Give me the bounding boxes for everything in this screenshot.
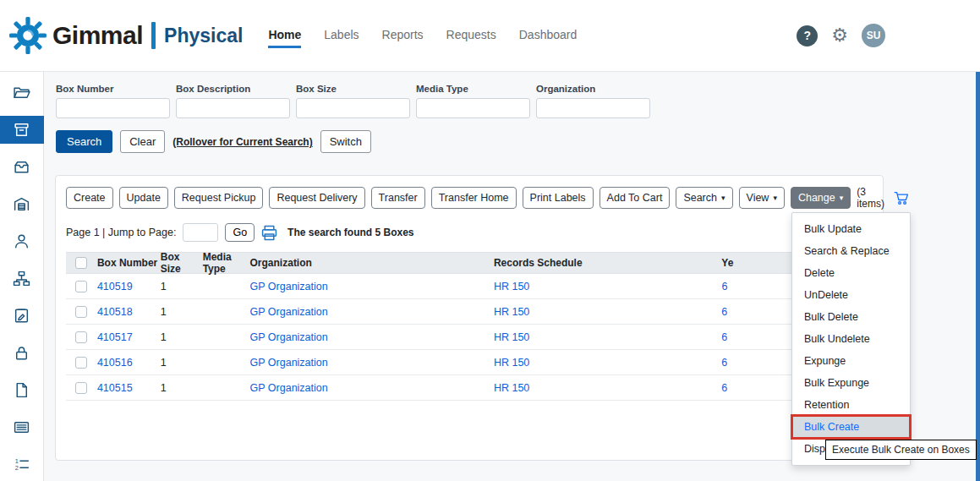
box-description-input[interactable] [176,98,290,118]
sidebar-item-users[interactable] [0,227,44,255]
nav-item-reports[interactable]: Reports [382,28,424,46]
year-cell[interactable]: 6 [721,306,727,318]
sidebar-item-organizations[interactable] [0,265,44,292]
menu-item-search-replace[interactable]: Search & Replace [792,240,910,262]
button-label: Add To Cart [607,192,663,204]
organization-link[interactable]: GP Organization [250,306,328,318]
column-header-box-size[interactable]: Box Size [161,251,203,275]
search-button[interactable]: Search [56,130,112,153]
select-all-checkbox[interactable] [75,257,87,269]
media-type-input[interactable] [416,98,530,118]
row-checkbox[interactable] [75,306,87,318]
view-dropdown-button[interactable]: View ▾ [739,187,785,209]
table-row: 410517 1 GP Organization HR 150 6 B - G [66,325,873,350]
column-header-organization[interactable]: Organization [250,257,494,269]
organization-link[interactable]: GP Organization [250,281,328,292]
column-header-media-type[interactable]: Media Type [203,251,250,275]
box-number-link[interactable]: 410517 [97,331,133,343]
box-number-input[interactable] [56,98,170,118]
menu-item-bulk-expunge[interactable]: Bulk Expunge [792,372,910,394]
button-label: Transfer [379,192,418,204]
menu-item-bulk-update[interactable]: Bulk Update [792,218,910,240]
request-delivery-button[interactable]: Request Delivery [269,187,364,209]
box-size-cell: 1 [161,357,203,369]
box-number-link[interactable]: 410516 [97,357,133,369]
box-number-link[interactable]: 410518 [97,306,133,318]
menu-item-bulk-create[interactable]: Bulk Create [792,416,910,438]
settings-gear-icon[interactable]: ⚙ [831,26,848,45]
add-to-cart-button[interactable]: Add To Cart [599,187,671,209]
results-panel: Create Update Request Pickup Request Del… [55,175,884,461]
sidebar-item-files[interactable] [0,153,44,181]
create-button[interactable]: Create [66,187,113,209]
records-schedule-link[interactable]: HR 150 [494,357,529,369]
year-cell[interactable]: 6 [721,281,727,292]
update-button[interactable]: Update [119,187,168,209]
records-schedule-link[interactable]: HR 150 [494,331,529,343]
organization-input[interactable] [536,98,650,118]
nav-item-labels[interactable]: Labels [324,28,359,46]
sidebar-item-documents[interactable] [0,376,44,404]
transfer-home-button[interactable]: Transfer Home [431,187,517,209]
nav-item-requests[interactable]: Requests [446,28,496,46]
table-row: 410515 1 GP Organization HR 150 6 Use [66,375,873,401]
menu-item-bulk-undelete[interactable]: Bulk Undelete [792,328,910,350]
sidebar-item-reports-list[interactable] [0,413,44,441]
search-dropdown-button[interactable]: Search ▾ [676,187,732,209]
go-button[interactable]: Go [225,223,255,242]
records-schedule-link[interactable]: HR 150 [494,382,529,394]
request-pickup-button[interactable]: Request Pickup [174,187,264,209]
user-avatar[interactable]: SU [862,24,885,47]
sidebar-item-tasks[interactable] [0,302,44,330]
organization-link[interactable]: GP Organization [250,331,328,343]
menu-item-retention[interactable]: Retention [792,394,910,416]
table-row: 410516 1 GP Organization HR 150 6 Use [66,350,873,375]
nav-item-dashboard[interactable]: Dashboard [519,28,578,46]
nav-item-home[interactable]: Home [268,28,301,46]
row-checkbox[interactable] [75,382,87,394]
help-icon[interactable]: ? [797,25,818,46]
sidebar-item-boxes[interactable] [0,116,44,144]
transfer-button[interactable]: Transfer [371,187,425,209]
sidebar-item-warehouse[interactable] [0,190,44,218]
box-number-link[interactable]: 410515 [97,382,133,394]
filter-actions: Search Clear (Rollover for Current Searc… [56,130,371,153]
sidebar-item-folders[interactable] [0,79,44,107]
menu-item-undelete[interactable]: UnDelete [792,284,910,306]
organization-link[interactable]: GP Organization [250,357,328,369]
year-cell[interactable]: 6 [721,357,727,369]
brand-logo[interactable]: Gimmal Physical [0,16,243,55]
clear-button[interactable]: Clear [120,130,165,153]
clipboard-edit-icon [13,307,30,325]
box-number-link[interactable]: 410519 [97,281,133,292]
column-header-box-number[interactable]: Box Number [97,257,161,269]
year-cell[interactable]: 6 [721,382,727,394]
menu-item-bulk-delete[interactable]: Bulk Delete [792,306,910,328]
column-header-records-schedule[interactable]: Records Schedule [494,257,721,269]
switch-button[interactable]: Switch [320,130,371,153]
rollover-current-search-link[interactable]: (Rollover for Current Search) [172,136,312,148]
org-chart-icon [13,270,30,287]
menu-item-expunge[interactable]: Expunge [792,350,910,372]
box-size-input[interactable] [296,98,410,118]
menu-item-delete[interactable]: Delete [792,262,910,284]
print-labels-button[interactable]: Print Labels [523,187,594,209]
row-checkbox[interactable] [75,331,87,343]
records-schedule-link[interactable]: HR 150 [494,306,529,318]
jump-to-page-input[interactable] [183,223,218,242]
table-row: 410519 1 GP Organization HR 150 6 - 6 [66,274,873,299]
button-label: Print Labels [530,192,586,204]
records-schedule-link[interactable]: HR 150 [494,281,529,292]
change-dropdown-button[interactable]: Change ▾ Bulk Update Search & Replace De… [791,187,851,209]
cart-icon[interactable] [894,189,910,207]
year-cell[interactable]: 6 [721,331,727,343]
box-size-cell: 1 [161,382,203,394]
row-checkbox[interactable] [75,357,87,369]
printer-icon[interactable] [261,225,277,241]
sidebar-item-numbering[interactable]: 1 2 [0,451,44,478]
chevron-down-icon: ▾ [773,194,777,202]
help-glyph: ? [803,29,811,42]
row-checkbox[interactable] [75,281,87,292]
sidebar-item-security[interactable] [0,339,44,367]
organization-link[interactable]: GP Organization [250,382,328,394]
